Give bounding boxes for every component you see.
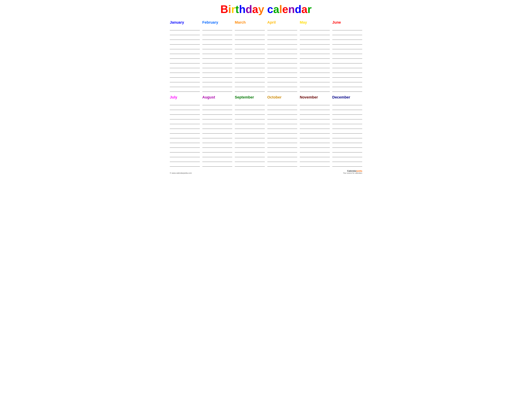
line[interactable] <box>235 105 265 110</box>
line[interactable] <box>170 59 200 63</box>
line[interactable] <box>332 35 362 40</box>
line[interactable] <box>170 40 200 44</box>
line[interactable] <box>170 100 200 105</box>
line[interactable] <box>332 26 362 30</box>
line[interactable] <box>235 63 265 68</box>
line[interactable] <box>170 148 200 152</box>
line[interactable] <box>235 148 265 152</box>
line[interactable] <box>170 134 200 138</box>
line[interactable] <box>202 157 232 162</box>
line[interactable] <box>300 134 330 138</box>
line[interactable] <box>300 115 330 119</box>
line[interactable] <box>202 124 232 129</box>
line[interactable] <box>202 35 232 40</box>
line[interactable] <box>300 30 330 35</box>
line[interactable] <box>235 110 265 115</box>
line[interactable] <box>332 73 362 78</box>
line[interactable] <box>332 105 362 110</box>
line[interactable] <box>332 78 362 82</box>
line[interactable] <box>300 26 330 30</box>
line[interactable] <box>202 115 232 119</box>
line[interactable] <box>235 78 265 82</box>
line[interactable] <box>202 134 232 138</box>
line[interactable] <box>202 87 232 92</box>
line[interactable] <box>235 49 265 54</box>
line[interactable] <box>267 115 298 119</box>
line[interactable] <box>170 129 200 134</box>
line[interactable] <box>267 26 298 30</box>
line[interactable] <box>332 115 362 119</box>
line[interactable] <box>235 134 265 138</box>
line[interactable] <box>170 143 200 148</box>
line[interactable] <box>332 82 362 87</box>
line[interactable] <box>267 124 298 129</box>
line[interactable] <box>170 73 200 78</box>
line[interactable] <box>235 54 265 59</box>
line[interactable] <box>170 82 200 87</box>
line[interactable] <box>235 124 265 129</box>
line[interactable] <box>332 44 362 49</box>
line[interactable] <box>300 148 330 152</box>
line[interactable] <box>170 35 200 40</box>
line[interactable] <box>202 129 232 134</box>
line[interactable] <box>202 82 232 87</box>
line[interactable] <box>267 30 298 35</box>
line[interactable] <box>267 40 298 44</box>
line[interactable] <box>170 30 200 35</box>
line[interactable] <box>202 54 232 59</box>
line[interactable] <box>235 100 265 105</box>
line[interactable] <box>267 157 298 162</box>
line[interactable] <box>170 157 200 162</box>
line[interactable] <box>235 157 265 162</box>
line[interactable] <box>235 35 265 40</box>
line[interactable] <box>267 152 298 157</box>
line[interactable] <box>300 44 330 49</box>
line[interactable] <box>300 87 330 92</box>
line[interactable] <box>267 54 298 59</box>
line[interactable] <box>202 44 232 49</box>
line[interactable] <box>267 138 298 143</box>
line[interactable] <box>202 49 232 54</box>
line[interactable] <box>332 152 362 157</box>
line[interactable] <box>235 68 265 73</box>
line[interactable] <box>300 40 330 44</box>
line[interactable] <box>332 63 362 68</box>
line[interactable] <box>300 105 330 110</box>
line[interactable] <box>267 49 298 54</box>
line[interactable] <box>170 26 200 30</box>
line[interactable] <box>300 138 330 143</box>
line[interactable] <box>332 49 362 54</box>
line[interactable] <box>300 54 330 59</box>
line[interactable] <box>300 35 330 40</box>
line[interactable] <box>170 49 200 54</box>
line[interactable] <box>235 82 265 87</box>
line[interactable] <box>235 138 265 143</box>
line[interactable] <box>300 119 330 124</box>
line[interactable] <box>300 82 330 87</box>
line[interactable] <box>332 54 362 59</box>
line[interactable] <box>332 119 362 124</box>
line[interactable] <box>202 105 232 110</box>
line[interactable] <box>332 138 362 143</box>
line[interactable] <box>267 35 298 40</box>
line[interactable] <box>202 119 232 124</box>
line[interactable] <box>202 138 232 143</box>
line[interactable] <box>235 119 265 124</box>
line[interactable] <box>300 152 330 157</box>
line[interactable] <box>332 148 362 152</box>
line[interactable] <box>267 59 298 63</box>
line[interactable] <box>202 59 232 63</box>
line[interactable] <box>300 59 330 63</box>
line[interactable] <box>267 148 298 152</box>
line[interactable] <box>202 110 232 115</box>
line[interactable] <box>170 63 200 68</box>
line[interactable] <box>332 30 362 35</box>
line[interactable] <box>202 30 232 35</box>
line[interactable] <box>202 100 232 105</box>
line[interactable] <box>267 68 298 73</box>
line[interactable] <box>202 143 232 148</box>
line[interactable] <box>235 162 265 167</box>
line[interactable] <box>235 152 265 157</box>
line[interactable] <box>202 63 232 68</box>
line[interactable] <box>170 124 200 129</box>
